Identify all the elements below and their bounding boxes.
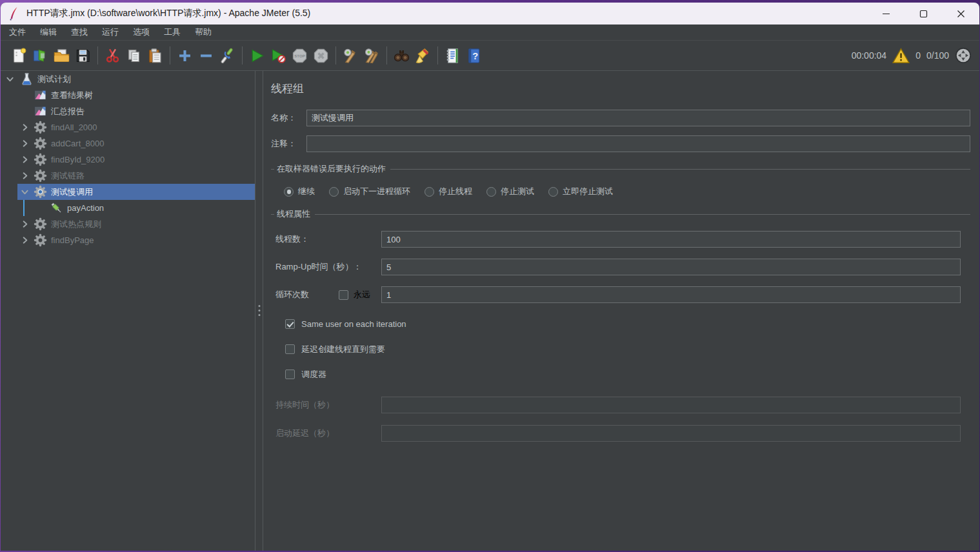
radio-label: 启动下一进程循环: [343, 186, 410, 197]
tree-guide-line: [23, 200, 25, 216]
thread-count: 0/100: [926, 50, 949, 61]
shutdown-icon[interactable]: [310, 45, 332, 66]
remove-icon[interactable]: [195, 45, 217, 66]
new-file-icon[interactable]: [8, 45, 30, 66]
toolbar-separator: [386, 46, 387, 64]
elapsed-timer: 00:00:04: [852, 50, 887, 61]
paste-icon[interactable]: [145, 45, 166, 66]
window-controls: [867, 3, 979, 25]
templates-icon[interactable]: [30, 45, 51, 66]
menu-item-run[interactable]: 运行: [95, 25, 126, 40]
tree-item-addcart-8000[interactable]: addCart_8000: [17, 135, 255, 152]
clear-icon[interactable]: [340, 45, 361, 66]
tree-item-findbypage[interactable]: findByPage: [17, 232, 255, 248]
delay-create-threads-checkbox[interactable]: [285, 344, 295, 354]
chevron-down-icon[interactable]: [19, 186, 30, 198]
stop-thread-radio[interactable]: [425, 187, 434, 197]
tree-item-label: payAction: [67, 203, 104, 213]
log-warning-icon[interactable]: [892, 48, 910, 64]
forever-checkbox[interactable]: [339, 290, 348, 300]
name-input[interactable]: [306, 110, 970, 126]
start-icon[interactable]: [246, 45, 268, 66]
menu-item-options[interactable]: 选项: [126, 25, 157, 40]
copy-icon[interactable]: [123, 45, 145, 66]
toolbar-separator: [335, 46, 336, 64]
gear-icon: [33, 153, 47, 166]
toolbar-separator: [170, 46, 170, 64]
chevron-right-icon[interactable]: [19, 170, 30, 182]
tree-item-test-plan[interactable]: 测试计划: [1, 71, 255, 87]
radio-option-stop-test-now[interactable]: 立即停止测试: [548, 186, 613, 197]
radio-label: 立即停止测试: [563, 186, 613, 197]
gear-active-icon: [33, 185, 47, 199]
search-icon[interactable]: [391, 45, 412, 66]
menu-item-search[interactable]: 查找: [64, 25, 95, 40]
cut-icon[interactable]: [102, 45, 123, 66]
tree-item-label: 汇总报告: [51, 106, 85, 117]
chevron-down-icon[interactable]: [4, 74, 15, 85]
tree-item-findall-2000[interactable]: findAll_2000: [17, 119, 255, 135]
content-area: 测试计划查看结果树汇总报告findAll_2000addCart_8000fin…: [1, 71, 979, 551]
clear-all-icon[interactable]: [361, 45, 383, 66]
tree-item-test-link[interactable]: 测试链路: [17, 168, 255, 184]
gear-icon: [33, 137, 47, 150]
stop-test-now-radio[interactable]: [548, 187, 558, 197]
chevron-right-icon[interactable]: [19, 219, 30, 230]
chevron-right-icon[interactable]: [19, 122, 30, 133]
menu-item-help[interactable]: 帮助: [188, 25, 219, 40]
tree-item-test-hotspot-rule[interactable]: 测试热点规则: [17, 216, 255, 232]
threads-input[interactable]: [381, 231, 961, 248]
stop-test-radio[interactable]: [486, 187, 496, 197]
radio-option-continue[interactable]: 继续: [284, 186, 315, 197]
toggle-icon[interactable]: [217, 45, 238, 66]
menu-item-edit[interactable]: 编辑: [33, 25, 64, 40]
tree-item-pay-action[interactable]: payAction: [17, 200, 255, 216]
chevron-right-icon[interactable]: [19, 235, 30, 246]
rampup-input[interactable]: [381, 259, 961, 275]
add-icon[interactable]: [174, 45, 195, 66]
tree-item-label: findById_9200: [51, 155, 105, 164]
close-button[interactable]: [942, 3, 979, 25]
save-icon[interactable]: [72, 45, 94, 66]
minimize-button[interactable]: [867, 3, 905, 25]
forever-label: 永远: [354, 289, 370, 301]
toolbar-separator: [242, 46, 243, 64]
splitter-handle[interactable]: [255, 71, 263, 551]
stop-icon[interactable]: STOP: [289, 45, 310, 66]
tree-item-summary-report[interactable]: 汇总报告: [17, 103, 255, 119]
tree-item-view-results-tree[interactable]: 查看结果树: [17, 87, 255, 103]
maximize-button[interactable]: [905, 3, 942, 25]
test-plan-tree: 测试计划查看结果树汇总报告findAll_2000addCart_8000fin…: [1, 71, 255, 551]
menu-item-file[interactable]: 文件: [2, 25, 33, 40]
toolbar-separator: [437, 46, 438, 64]
radio-option-stop-thread[interactable]: 停止线程: [425, 186, 472, 197]
radio-option-stop-test[interactable]: 停止测试: [486, 186, 534, 197]
gear-icon: [33, 121, 47, 134]
tree-item-label: 测试慢调用: [51, 186, 93, 198]
error-action-group-title: 在取样器错误后要执行的动作: [271, 163, 970, 175]
error-action-options: 继续启动下一进程循环停止线程停止测试立即停止测试: [284, 186, 970, 197]
same-user-checkbox[interactable]: [285, 319, 295, 329]
radio-option-start-next-loop[interactable]: 启动下一进程循环: [329, 186, 410, 197]
comment-input[interactable]: [306, 135, 970, 152]
help-icon[interactable]: ?: [463, 45, 485, 66]
thread-group-panel: 线程组 名称： 注释： 在取样器错误后要执行的动作 继续启动下一进程循环停止线程…: [263, 71, 979, 551]
tree-item-test-slow-call[interactable]: 测试慢调用: [17, 184, 255, 200]
menu-item-tools[interactable]: 工具: [157, 25, 188, 40]
loop-count-input[interactable]: [381, 286, 961, 303]
tree-item-findbyid-9200[interactable]: findById_9200: [17, 152, 255, 168]
open-folder-icon[interactable]: [51, 45, 72, 66]
svg-text:?: ?: [472, 51, 478, 61]
toolbar-status: 00:00:04 0 0/100: [852, 47, 972, 64]
start-next-loop-radio[interactable]: [329, 187, 339, 197]
start-no-pauses-icon[interactable]: [268, 45, 289, 66]
chevron-right-icon[interactable]: [19, 138, 30, 150]
scheduler-checkbox[interactable]: [285, 370, 295, 379]
chevron-right-icon[interactable]: [19, 154, 30, 166]
function-helper-icon[interactable]: [442, 45, 463, 66]
expander-spacer: [19, 90, 30, 101]
window-title: HTTP请求.jmx (D:\software\work\HTTP请求.jmx)…: [26, 8, 310, 19]
continue-radio[interactable]: [284, 187, 294, 197]
comment-label: 注释：: [271, 138, 306, 150]
clear-search-icon[interactable]: [412, 45, 434, 66]
